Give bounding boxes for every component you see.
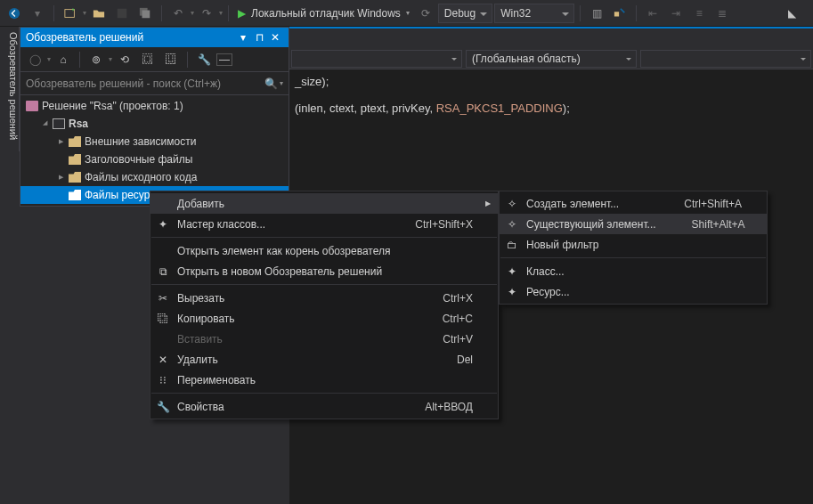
svg-rect-2 — [118, 8, 127, 18]
menu-item-rename[interactable]: ⁝⁝Переименовать — [150, 370, 498, 390]
menu-separator — [151, 237, 497, 238]
expand-icon[interactable] — [56, 173, 65, 182]
layout-button-2[interactable] — [609, 4, 630, 23]
panel-title-text: Обозреватель решений — [26, 31, 143, 44]
solution-tree: Решение "Rsa" (проектов: 1) Rsa Внешние … — [20, 95, 289, 206]
start-debug-button[interactable]: ▶ Локальный отладчик Windows ▾ — [234, 7, 413, 20]
submenu-item-existing[interactable]: ✧Существующий элемент...Shift+Alt+A — [500, 214, 767, 234]
folder-icon — [69, 172, 81, 183]
search-icon: 🔍 — [264, 77, 278, 90]
indent-btn-1[interactable]: ⇤ — [642, 4, 663, 23]
platform-combo[interactable]: Win32 — [494, 4, 574, 23]
folder-icon — [69, 154, 81, 165]
panel-pin-button[interactable]: ⊓ — [251, 31, 267, 44]
config-combo[interactable]: Debug — [438, 4, 492, 23]
redo-button[interactable]: ↷ — [196, 4, 217, 23]
tree-folder-ext-deps[interactable]: Внешние зависимости — [20, 133, 289, 150]
menu-item-classwizard[interactable]: ✦Мастер классов...Ctrl+Shift+X — [150, 214, 498, 234]
menu-separator — [500, 257, 766, 258]
menu-item-delete[interactable]: ✕УдалитьDel — [150, 349, 498, 370]
layout-button-1[interactable]: ▥ — [586, 4, 607, 23]
panel-properties-icon[interactable]: 🔧 — [193, 50, 215, 69]
svg-point-0 — [9, 7, 20, 18]
panel-close-button[interactable]: ✕ — [267, 31, 283, 44]
main-toolbar: ▾ ▾ ↶▾ ↷▾ ▶ Локальный отладчик Windows ▾… — [0, 0, 813, 27]
menu-separator — [151, 284, 497, 285]
menu-item-open-new-explorer[interactable]: ⧉Открыть в новом Обозреватель решений — [150, 261, 498, 281]
submenu-item-class[interactable]: ✦Класс... — [500, 261, 767, 281]
tree-project-node[interactable]: Rsa — [20, 115, 289, 133]
bookmark-button[interactable]: ◣ — [781, 4, 802, 23]
folder-icon — [69, 136, 81, 147]
save-button[interactable] — [111, 4, 133, 23]
open-file-button[interactable] — [88, 4, 110, 23]
solution-explorer-vtab[interactable]: Обозреватель решений — [0, 27, 20, 151]
panel-refresh-icon[interactable]: ⟲ — [114, 50, 135, 69]
panel-search[interactable]: Обозреватель решений - поиск (Ctrl+ж) 🔍▾ — [20, 72, 289, 95]
tree-folder-source[interactable]: Файлы исходного кода — [20, 168, 289, 186]
panel-sync-icon[interactable]: ⊚ — [85, 50, 107, 69]
submenu-item-newfilter[interactable]: 🗀Новый фильтр — [500, 234, 767, 255]
svg-rect-4 — [142, 10, 150, 18]
expand-icon[interactable] — [56, 137, 65, 146]
folder-label: Заголовочные файлы — [85, 153, 192, 166]
expand-icon[interactable] — [40, 119, 49, 128]
nav-back-button[interactable] — [4, 4, 25, 23]
solution-label: Решение "Rsa" (проектов: 1) — [42, 100, 183, 112]
menu-separator — [151, 393, 497, 394]
comment-btn[interactable]: ≡ — [688, 4, 710, 23]
refresh-button[interactable]: ⟳ — [415, 4, 436, 23]
context-submenu-add: ✧Создать элемент...Ctrl+Shift+A ✧Существ… — [499, 191, 768, 305]
submenu-item-new[interactable]: ✧Создать элемент...Ctrl+Shift+A — [500, 193, 767, 214]
panel-preview-icon[interactable]: — — [216, 53, 232, 66]
editor-scope-bar: (Глобальная область) — [289, 48, 813, 69]
panel-collapse-icon[interactable]: ⿶ — [160, 50, 182, 69]
menu-item-paste: ВставитьCtrl+V — [150, 329, 498, 349]
scope-member-combo[interactable] — [640, 50, 811, 68]
folder-label: Внешние зависимости — [85, 135, 196, 148]
menu-item-properties[interactable]: 🔧СвойстваAlt+ВВОД — [150, 396, 498, 417]
save-all-button[interactable] — [134, 4, 156, 23]
tree-solution-node[interactable]: Решение "Rsa" (проектов: 1) — [20, 97, 289, 115]
play-icon: ▶ — [238, 7, 246, 20]
menu-item-cut[interactable]: ✂ВырезатьCtrl+X — [150, 288, 498, 308]
menu-item-open-as-root[interactable]: Открыть элемент как корень обозревателя — [150, 240, 498, 261]
folder-label: Файлы исходного кода — [85, 171, 197, 183]
panel-showall-icon[interactable]: ⿴ — [137, 50, 159, 69]
search-placeholder: Обозреватель решений - поиск (Ctrl+ж) — [26, 77, 221, 90]
menu-item-add[interactable]: Добавить — [150, 193, 498, 214]
panel-back-icon[interactable]: ◯ — [24, 50, 45, 69]
tree-folder-headers[interactable]: Заголовочные файлы — [20, 150, 289, 168]
undo-button[interactable]: ↶ — [167, 4, 189, 23]
folder-icon — [69, 190, 81, 200]
panel-home-icon[interactable]: ⌂ — [53, 50, 74, 69]
submenu-item-resource[interactable]: ✦Ресурс... — [500, 281, 767, 302]
panel-titlebar[interactable]: Обозреватель решений ▾ ⊓ ✕ — [20, 28, 289, 47]
new-project-button[interactable] — [60, 4, 81, 23]
svg-rect-5 — [614, 12, 619, 16]
solution-icon — [26, 101, 38, 111]
indent-btn-2[interactable]: ⇥ — [665, 4, 687, 23]
editor-tabstrip — [289, 27, 813, 48]
scope-global-combo[interactable]: (Глобальная область) — [466, 50, 637, 68]
menu-item-copy[interactable]: ⿻КопироватьCtrl+C — [150, 308, 498, 329]
solution-explorer-panel: Обозреватель решений ▾ ⊓ ✕ ◯ ▾ ⌂ ⊚▾ ⟲ ⿴ … — [20, 27, 289, 207]
project-label: Rsa — [69, 118, 88, 130]
panel-toolbar: ◯ ▾ ⌂ ⊚▾ ⟲ ⿴ ⿶ 🔧 — — [20, 47, 289, 72]
project-icon — [53, 118, 65, 129]
debugger-label: Локальный отладчик Windows — [248, 7, 404, 20]
uncomment-btn[interactable]: ≣ — [711, 4, 733, 23]
context-menu: Добавить ✦Мастер классов...Ctrl+Shift+X … — [150, 191, 499, 419]
scope-project-combo[interactable] — [291, 50, 462, 68]
panel-menu-button[interactable]: ▾ — [235, 31, 251, 44]
nav-fwd-button[interactable]: ▾ — [27, 4, 48, 23]
